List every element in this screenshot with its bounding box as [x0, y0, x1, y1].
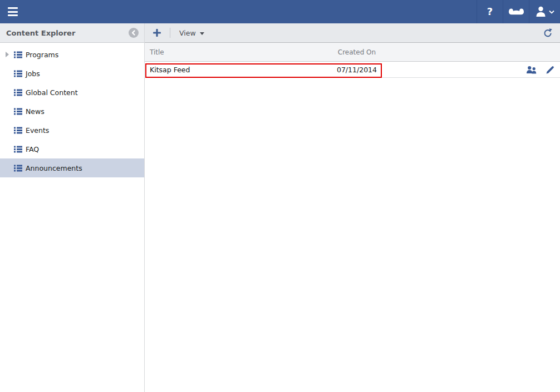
view-dropdown[interactable]: View: [179, 29, 204, 37]
sidebar-collapse-button[interactable]: [129, 28, 139, 38]
view-dropdown-label: View: [179, 29, 196, 37]
sidebar-item-label: Announcements: [26, 164, 82, 172]
sidebar-header: Content Explorer: [0, 23, 144, 43]
help-button[interactable]: ?: [477, 0, 503, 23]
column-header-title[interactable]: Title: [145, 48, 323, 56]
edit-pencil-icon[interactable]: [546, 65, 555, 75]
sidebar-item-announcements[interactable]: Announcements: [0, 158, 144, 177]
add-item-button[interactable]: [151, 27, 163, 38]
app-body: Content Explorer ProgramsJobsGlobal Cont…: [0, 23, 560, 392]
help-icon: ?: [487, 7, 493, 17]
list-toolbar: View: [145, 23, 560, 43]
sidebar-title: Content Explorer: [6, 29, 129, 37]
chevron-left-icon: [130, 29, 137, 36]
phone-preview-button[interactable]: [503, 0, 529, 23]
top-navigation-bar: ?: [0, 0, 560, 23]
expander-arrow-icon[interactable]: [6, 52, 9, 57]
sidebar-item-programs[interactable]: Programs: [0, 45, 144, 64]
list-icon: [14, 70, 22, 77]
refresh-button[interactable]: [543, 28, 553, 38]
user-icon: [536, 6, 546, 17]
list-icon: [14, 51, 22, 58]
chevron-down-icon: [549, 10, 554, 14]
main-panel: View Title Created On Kitsap Feed07/11/2…: [145, 23, 560, 392]
list-icon: [14, 146, 22, 153]
sidebar-item-faq[interactable]: FAQ: [0, 140, 144, 158]
row-title-cell[interactable]: Kitsap Feed: [145, 66, 323, 74]
list-icon: [14, 127, 22, 134]
permissions-users-icon[interactable]: [526, 66, 537, 74]
sidebar-item-jobs[interactable]: Jobs: [0, 64, 144, 83]
row-actions: [526, 65, 560, 75]
sidebar-item-news[interactable]: News: [0, 102, 144, 121]
topbar-actions: ?: [477, 0, 560, 23]
toolbar-divider: [170, 28, 170, 38]
phone-handset-icon: [508, 5, 524, 18]
sidebar-tree: ProgramsJobsGlobal ContentNewsEventsFAQA…: [0, 43, 144, 177]
plus-icon: [153, 28, 161, 37]
sidebar-item-global-content[interactable]: Global Content: [0, 83, 144, 102]
column-header-created-on[interactable]: Created On: [323, 48, 391, 56]
table-row[interactable]: Kitsap Feed07/11/2014: [145, 62, 560, 78]
user-menu-button[interactable]: [529, 0, 560, 23]
table-header: Title Created On: [145, 43, 560, 62]
list-icon: [14, 89, 22, 96]
sidebar-item-label: FAQ: [26, 145, 39, 153]
sidebar-item-label: Events: [26, 126, 49, 135]
sidebar-item-label: News: [26, 107, 45, 116]
list-icon: [14, 108, 22, 115]
hamburger-menu-icon[interactable]: [0, 0, 26, 23]
sidebar-item-label: Jobs: [26, 70, 40, 78]
table-body: Kitsap Feed07/11/2014: [145, 62, 560, 78]
refresh-icon: [543, 28, 553, 38]
sidebar-item-events[interactable]: Events: [0, 121, 144, 140]
row-created-on-cell: 07/11/2014: [323, 66, 391, 74]
content-explorer-sidebar: Content Explorer ProgramsJobsGlobal Cont…: [0, 23, 145, 392]
caret-down-icon: [200, 32, 204, 35]
sidebar-item-label: Programs: [26, 51, 58, 59]
sidebar-item-label: Global Content: [26, 88, 78, 97]
list-icon: [14, 165, 22, 172]
